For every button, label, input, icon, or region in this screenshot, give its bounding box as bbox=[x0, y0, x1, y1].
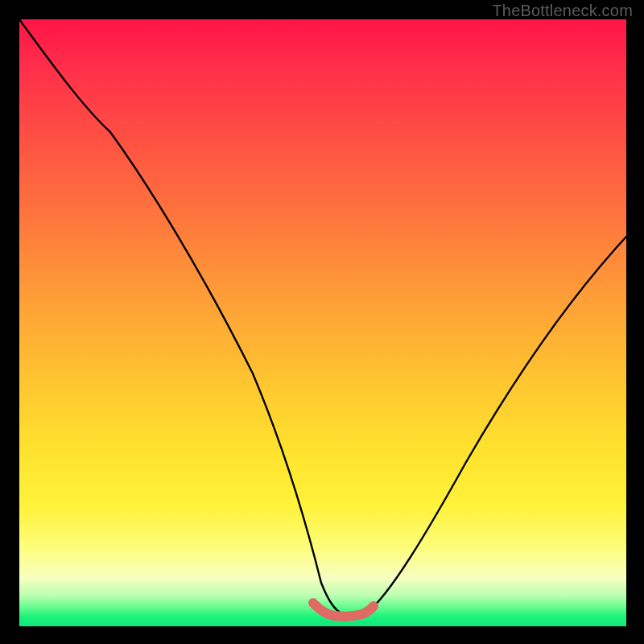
curve-highlight bbox=[313, 603, 374, 617]
watermark-text: TheBottleneck.com bbox=[492, 2, 633, 20]
plot-area bbox=[19, 19, 626, 626]
curve-layer bbox=[19, 19, 626, 626]
bottleneck-curve bbox=[19, 19, 626, 616]
chart-frame: TheBottleneck.com bbox=[0, 0, 644, 644]
